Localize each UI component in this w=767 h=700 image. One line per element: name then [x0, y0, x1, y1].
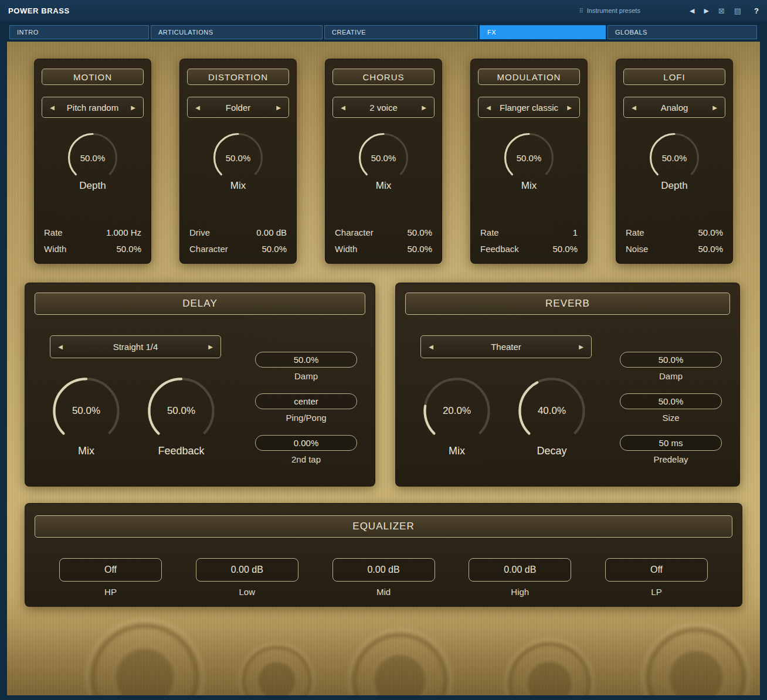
prev-arrow-icon[interactable]: ◀ — [55, 344, 66, 350]
param-value[interactable]: 0.00 dB — [256, 227, 287, 237]
reverb-header-button[interactable]: REVERB — [405, 293, 730, 315]
delay-mode-selector[interactable]: ◀ Straight 1/4 ▶ — [50, 335, 221, 358]
lofi-header-button[interactable]: LOFI — [623, 69, 725, 85]
fx-page: MOTION ◀ Pitch random ▶ 50.0% Depth — [7, 42, 760, 695]
eq-lp-field[interactable]: Off — [605, 558, 708, 582]
help-icon[interactable]: ? — [754, 6, 759, 15]
motion-type-selector[interactable]: ◀ Pitch random ▶ — [42, 97, 144, 118]
next-arrow-icon[interactable]: ▶ — [710, 104, 720, 111]
modulation-mix-knob[interactable]: 50.0% — [502, 131, 556, 185]
param-row: Drive 0.00 dB — [189, 227, 287, 237]
layout-icon[interactable]: ▤ — [734, 6, 741, 15]
brass-ornament — [72, 604, 218, 695]
tab-intro[interactable]: INTRO — [9, 25, 149, 39]
param-value[interactable]: 50.0% — [698, 244, 723, 254]
param-value[interactable]: 1 — [573, 227, 578, 237]
eq-low-field[interactable]: 0.00 dB — [196, 558, 298, 582]
equalizer-header-button[interactable]: EQUALIZER — [35, 515, 732, 538]
eq-hp-field[interactable]: Off — [59, 558, 162, 582]
next-arrow-icon[interactable]: ▶ — [576, 344, 586, 350]
reverb-mode-selector[interactable]: ◀ Theater ▶ — [420, 335, 592, 358]
chorus-mix-knob[interactable]: 50.0% — [357, 131, 410, 185]
knob-value: 50.0% — [502, 131, 556, 185]
delay-feedback-knob[interactable]: 50.0% — [145, 375, 218, 447]
delay-header-button[interactable]: DELAY — [35, 293, 365, 315]
prev-arrow-icon[interactable]: ◀ — [483, 104, 494, 111]
distortion-mix-knob[interactable]: 50.0% — [211, 131, 265, 185]
lofi-type-selector[interactable]: ◀ Analog ▶ — [623, 97, 725, 118]
presets-label: Instrument presets — [587, 7, 640, 14]
tab-fx[interactable]: FX — [480, 25, 606, 39]
reverb-predelay-field[interactable]: 50 ms — [620, 435, 722, 451]
param-label: Rate — [480, 227, 499, 237]
eq-high-field[interactable]: 0.00 dB — [469, 558, 571, 582]
next-arrow-icon[interactable]: ▶ — [564, 104, 575, 111]
field-label: Predelay — [620, 454, 722, 464]
selector-value: Straight 1/4 — [66, 342, 205, 352]
knob-value: 50.0% — [647, 131, 701, 185]
modulation-type-selector[interactable]: ◀ Flanger classic ▶ — [478, 97, 580, 118]
prev-arrow-icon[interactable]: ◀ — [338, 104, 348, 111]
param-row: Width 50.0% — [44, 244, 141, 254]
param-label: Noise — [626, 244, 648, 254]
next-arrow-icon[interactable]: ▶ — [128, 104, 138, 111]
param-label: Width — [335, 244, 357, 254]
reverb-decay-knob[interactable]: 40.0% — [515, 375, 588, 447]
param-value[interactable]: 50.0% — [116, 244, 141, 254]
param-value[interactable]: 50.0% — [407, 227, 432, 237]
param-value[interactable]: 50.0% — [262, 244, 287, 254]
distortion-type-selector[interactable]: ◀ Folder ▶ — [187, 97, 289, 118]
lofi-panel: LOFI ◀ Analog ▶ 50.0% Depth Rate — [616, 59, 733, 264]
field-label: Low — [196, 587, 298, 597]
motion-depth-knob[interactable]: 50.0% — [66, 131, 120, 185]
field-label: High — [469, 587, 571, 597]
modulation-header-button[interactable]: MODULATION — [478, 69, 580, 85]
reverb-mix-knob[interactable]: 20.0% — [420, 375, 493, 447]
param-row: Character 50.0% — [335, 227, 432, 237]
delay-damp-field[interactable]: 50.0% — [255, 352, 357, 368]
param-label: Character — [335, 227, 374, 237]
preset-next-icon[interactable]: ▶ — [704, 7, 708, 15]
param-value[interactable]: 50.0% — [407, 244, 432, 254]
reverb-panel: REVERB ◀ Theater ▶ — [395, 283, 740, 487]
tab-articulations[interactable]: ARTICULATIONS — [151, 25, 323, 39]
motion-header-button[interactable]: MOTION — [42, 69, 144, 85]
delay-mix-knob[interactable]: 50.0% — [50, 375, 123, 447]
distortion-header-button[interactable]: DISTORTION — [187, 69, 289, 85]
instrument-presets-button[interactable]: ⠿ Instrument presets — [579, 7, 640, 14]
next-arrow-icon[interactable]: ▶ — [419, 104, 429, 111]
eq-mid-field[interactable]: 0.00 dB — [332, 558, 435, 582]
delay-panel: DELAY ◀ Straight 1/4 ▶ — [25, 283, 375, 487]
param-value[interactable]: 50.0% — [698, 227, 723, 237]
param-label: Feedback — [480, 244, 519, 254]
preset-prev-icon[interactable]: ◀ — [690, 7, 694, 15]
selector-value: Pitch random — [57, 103, 128, 113]
prev-arrow-icon[interactable]: ◀ — [426, 344, 436, 350]
prev-arrow-icon[interactable]: ◀ — [192, 104, 203, 111]
field-label: Damp — [620, 371, 722, 381]
chorus-panel: CHORUS ◀ 2 voice ▶ 50.0% Mix Charact — [325, 59, 442, 264]
lofi-depth-knob[interactable]: 50.0% — [647, 131, 701, 185]
reverb-damp-field[interactable]: 50.0% — [620, 352, 722, 368]
field-label: Mid — [332, 587, 435, 597]
knob-value: 50.0% — [66, 131, 120, 185]
prev-arrow-icon[interactable]: ◀ — [629, 104, 639, 111]
distortion-panel: DISTORTION ◀ Folder ▶ 50.0% Mix Driv — [179, 59, 297, 264]
chorus-header-button[interactable]: CHORUS — [332, 69, 435, 85]
selector-value: Folder — [203, 103, 273, 113]
brass-ornament — [494, 628, 605, 695]
next-arrow-icon[interactable]: ▶ — [205, 344, 216, 350]
window-icon[interactable]: ⊠ — [718, 6, 725, 15]
delay-pingpong-field[interactable]: center — [255, 393, 357, 409]
param-value[interactable]: 1.000 Hz — [106, 227, 141, 237]
param-value[interactable]: 50.0% — [552, 244, 578, 254]
tab-globals[interactable]: GLOBALS — [608, 25, 757, 39]
field-label: Size — [620, 413, 722, 423]
reverb-size-field[interactable]: 50.0% — [620, 393, 722, 409]
tab-creative[interactable]: CREATIVE — [324, 25, 478, 39]
presets-grid-icon: ⠿ — [579, 8, 583, 14]
prev-arrow-icon[interactable]: ◀ — [47, 104, 57, 111]
chorus-type-selector[interactable]: ◀ 2 voice ▶ — [332, 97, 435, 118]
delay-2ndtap-field[interactable]: 0.00% — [255, 435, 357, 451]
next-arrow-icon[interactable]: ▶ — [273, 104, 284, 111]
